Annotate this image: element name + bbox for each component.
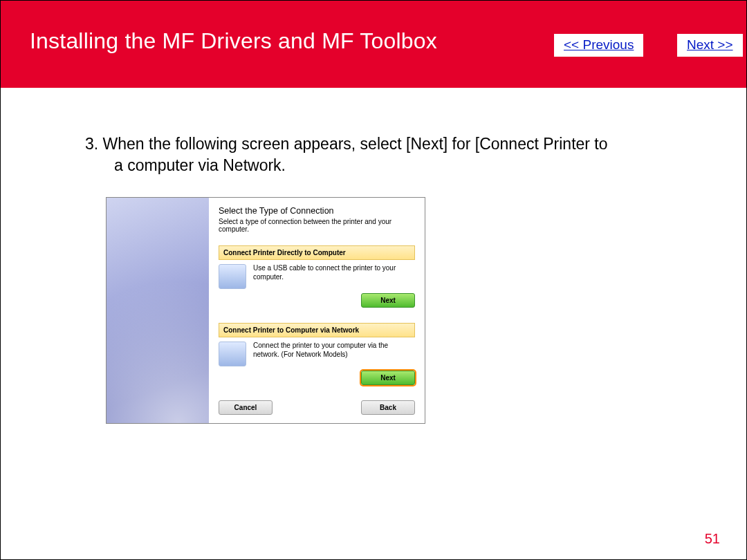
- back-button[interactable]: Back: [361, 400, 415, 415]
- option-usb-next-button[interactable]: Next: [361, 293, 415, 308]
- option-network-desc: Connect the printer to your computer via…: [253, 342, 415, 359]
- option-network: Connect Printer to Computer via Network …: [219, 323, 415, 385]
- previous-button[interactable]: << Previous: [554, 34, 643, 57]
- next-button[interactable]: Next >>: [677, 34, 743, 57]
- usb-printer-icon: [219, 264, 246, 289]
- step-line2: a computer via Network.: [85, 155, 663, 176]
- cancel-button[interactable]: Cancel: [219, 400, 273, 415]
- option-usb-desc: Use a USB cable to connect the printer t…: [253, 264, 415, 281]
- dialog-subtext: Select a type of connection between the …: [219, 218, 415, 233]
- option-network-title: Connect Printer to Computer via Network: [219, 323, 415, 337]
- installer-dialog: Select the Type of Connection Select a t…: [106, 197, 425, 424]
- page-title: Installing the MF Drivers and MF Toolbox: [30, 28, 437, 54]
- page-number: 51: [705, 531, 720, 547]
- step-text: 3. When the following screen appears, se…: [85, 133, 663, 176]
- dialog-heading: Select the Type of Connection: [219, 206, 415, 216]
- network-printer-icon: [219, 342, 246, 366]
- dialog-sidebar-graphic: [107, 198, 209, 423]
- option-usb-title: Connect Printer Directly to Computer: [219, 245, 415, 260]
- option-network-next-button[interactable]: Next: [361, 371, 415, 385]
- step-line1: 3. When the following screen appears, se…: [85, 135, 608, 153]
- option-usb: Connect Printer Directly to Computer Use…: [219, 245, 415, 308]
- header-band: Installing the MF Drivers and MF Toolbox…: [1, 1, 746, 88]
